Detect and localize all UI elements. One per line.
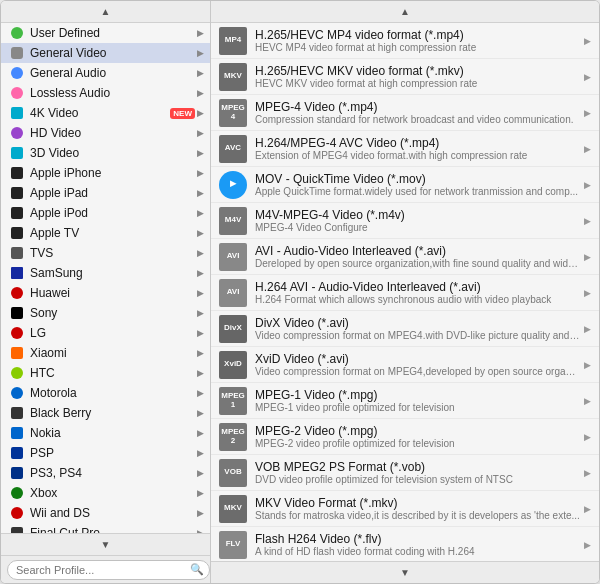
general-audio-label: General Audio bbox=[30, 66, 195, 80]
right-item-flash-h264[interactable]: FLVFlash H264 Video (*.flv)A kind of HD … bbox=[211, 527, 599, 561]
samsung-label: SamSung bbox=[30, 266, 195, 280]
mpeg2-title: MPEG-2 Video (*.mpg) bbox=[255, 424, 580, 438]
h264-avi-title: H.264 AVI - Audio-Video Interleaved (*.a… bbox=[255, 280, 580, 294]
flash-h264-arrow: ▶ bbox=[584, 540, 591, 550]
hd-video-arrow: ▶ bbox=[197, 128, 204, 138]
search-bar: 🔍 bbox=[1, 555, 210, 583]
left-item-lg[interactable]: LG▶ bbox=[1, 323, 210, 343]
left-item-motorola[interactable]: Motorola▶ bbox=[1, 383, 210, 403]
mpeg1-desc: MPEG-1 video profile optimized for telev… bbox=[255, 402, 580, 413]
right-item-m4v[interactable]: M4VM4V-MPEG-4 Video (*.m4v)MPEG-4 Video … bbox=[211, 203, 599, 239]
h265-mp4-format-icon: MP4 bbox=[219, 27, 247, 55]
right-item-xvid[interactable]: XviDXviD Video (*.avi)Video compression … bbox=[211, 347, 599, 383]
mpeg1-format-icon: MPEG 1 bbox=[219, 387, 247, 415]
left-item-apple-ipad[interactable]: Apple iPad▶ bbox=[1, 183, 210, 203]
user-defined-icon bbox=[9, 25, 25, 41]
avi-title: AVI - Audio-Video Interleaved (*.avi) bbox=[255, 244, 580, 258]
sony-icon bbox=[9, 305, 25, 321]
apple-tv-arrow: ▶ bbox=[197, 228, 204, 238]
ps3-ps4-arrow: ▶ bbox=[197, 468, 204, 478]
xiaomi-label: Xiaomi bbox=[30, 346, 195, 360]
ps3-ps4-icon bbox=[9, 465, 25, 481]
xbox-arrow: ▶ bbox=[197, 488, 204, 498]
divx-format-icon: DivX bbox=[219, 315, 247, 343]
right-item-h264-avi[interactable]: AVIH.264 AVI - Audio-Video Interleaved (… bbox=[211, 275, 599, 311]
left-item-xiaomi[interactable]: Xiaomi▶ bbox=[1, 343, 210, 363]
left-item-hd-video[interactable]: HD Video▶ bbox=[1, 123, 210, 143]
left-item-apple-iphone[interactable]: Apple iPhone▶ bbox=[1, 163, 210, 183]
mkv-arrow: ▶ bbox=[584, 504, 591, 514]
right-item-divx[interactable]: DivXDivX Video (*.avi)Video compression … bbox=[211, 311, 599, 347]
left-item-general-audio[interactable]: General Audio▶ bbox=[1, 63, 210, 83]
ps3-ps4-label: PS3, PS4 bbox=[30, 466, 195, 480]
3d-video-label: 3D Video bbox=[30, 146, 195, 160]
left-item-apple-tv[interactable]: Apple TV▶ bbox=[1, 223, 210, 243]
left-item-wii-ds[interactable]: Wii and DS▶ bbox=[1, 503, 210, 523]
left-item-user-defined[interactable]: User Defined▶ bbox=[1, 23, 210, 43]
left-item-4k-video[interactable]: 4K VideoNEW▶ bbox=[1, 103, 210, 123]
hd-video-icon bbox=[9, 125, 25, 141]
right-item-h264-mp4[interactable]: AVCH.264/MPEG-4 AVC Video (*.mp4)Extensi… bbox=[211, 131, 599, 167]
right-item-avi[interactable]: AVIAVI - Audio-Video Interleaved (*.avi)… bbox=[211, 239, 599, 275]
left-panel: ▲ User Defined▶General Video▶General Aud… bbox=[1, 1, 211, 583]
apple-iphone-icon bbox=[9, 165, 25, 181]
psp-label: PSP bbox=[30, 446, 195, 460]
left-item-apple-ipod[interactable]: Apple iPod▶ bbox=[1, 203, 210, 223]
left-item-tvs[interactable]: TVS▶ bbox=[1, 243, 210, 263]
vob-desc: DVD video profile optimized for televisi… bbox=[255, 474, 580, 485]
general-video-label: General Video bbox=[30, 46, 195, 60]
h264-mp4-arrow: ▶ bbox=[584, 144, 591, 154]
search-input[interactable] bbox=[7, 560, 210, 580]
left-item-htc[interactable]: HTC▶ bbox=[1, 363, 210, 383]
vob-title: VOB MPEG2 PS Format (*.vob) bbox=[255, 460, 580, 474]
xiaomi-arrow: ▶ bbox=[197, 348, 204, 358]
samsung-icon bbox=[9, 265, 25, 281]
right-item-mpeg4-mp4[interactable]: MPEG 4MPEG-4 Video (*.mp4)Compression st… bbox=[211, 95, 599, 131]
motorola-icon bbox=[9, 385, 25, 401]
h265-mkv-format-icon: MKV bbox=[219, 63, 247, 91]
right-item-mpeg2[interactable]: MPEG 2MPEG-2 Video (*.mpg)MPEG-2 video p… bbox=[211, 419, 599, 455]
right-scroll-up[interactable]: ▲ bbox=[211, 1, 599, 23]
left-item-samsung[interactable]: SamSung▶ bbox=[1, 263, 210, 283]
apple-ipod-icon bbox=[9, 205, 25, 221]
xiaomi-icon bbox=[9, 345, 25, 361]
right-scroll-down[interactable]: ▼ bbox=[211, 561, 599, 583]
left-item-blackberry[interactable]: Black Berry▶ bbox=[1, 403, 210, 423]
right-item-mov[interactable]: ▶MOV - QuickTime Video (*.mov)Apple Quic… bbox=[211, 167, 599, 203]
right-item-mkv[interactable]: MKVMKV Video Format (*.mkv)Stands for ma… bbox=[211, 491, 599, 527]
tvs-arrow: ▶ bbox=[197, 248, 204, 258]
panels: ▲ User Defined▶General Video▶General Aud… bbox=[1, 1, 599, 583]
divx-arrow: ▶ bbox=[584, 324, 591, 334]
xvid-format-icon: XviD bbox=[219, 351, 247, 379]
left-item-lossless-audio[interactable]: Lossless Audio▶ bbox=[1, 83, 210, 103]
h264-avi-arrow: ▶ bbox=[584, 288, 591, 298]
left-item-xbox[interactable]: Xbox▶ bbox=[1, 483, 210, 503]
apple-ipad-icon bbox=[9, 185, 25, 201]
right-item-h265-mkv[interactable]: MKVH.265/HEVC MKV video format (*.mkv)HE… bbox=[211, 59, 599, 95]
left-item-3d-video[interactable]: 3D Video▶ bbox=[1, 143, 210, 163]
left-item-psp[interactable]: PSP▶ bbox=[1, 443, 210, 463]
mkv-desc: Stands for matroska video,it is describe… bbox=[255, 510, 580, 521]
left-item-final-cut-pro[interactable]: Final Cut Pro▶ bbox=[1, 523, 210, 533]
blackberry-icon bbox=[9, 405, 25, 421]
avi-desc: Dereloped by open source organization,wi… bbox=[255, 258, 580, 269]
right-item-mpeg1[interactable]: MPEG 1MPEG-1 Video (*.mpg)MPEG-1 video p… bbox=[211, 383, 599, 419]
left-item-ps3-ps4[interactable]: PS3, PS4▶ bbox=[1, 463, 210, 483]
m4v-desc: MPEG-4 Video Configure bbox=[255, 222, 580, 233]
left-scroll-down[interactable]: ▼ bbox=[1, 533, 210, 555]
flash-h264-format-icon: FLV bbox=[219, 531, 247, 559]
flash-h264-desc: A kind of HD flash video format coding w… bbox=[255, 546, 580, 557]
left-item-general-video[interactable]: General Video▶ bbox=[1, 43, 210, 63]
left-item-nokia[interactable]: Nokia▶ bbox=[1, 423, 210, 443]
vob-format-icon: VOB bbox=[219, 459, 247, 487]
h264-mp4-format-icon: AVC bbox=[219, 135, 247, 163]
left-item-sony[interactable]: Sony▶ bbox=[1, 303, 210, 323]
left-scroll-up[interactable]: ▲ bbox=[1, 1, 210, 23]
right-item-h265-mp4[interactable]: MP4H.265/HEVC MP4 video format (*.mp4)HE… bbox=[211, 23, 599, 59]
user-defined-arrow: ▶ bbox=[197, 28, 204, 38]
left-item-huawei[interactable]: Huawei▶ bbox=[1, 283, 210, 303]
h265-mp4-title: H.265/HEVC MP4 video format (*.mp4) bbox=[255, 28, 580, 42]
h264-avi-desc: H.264 Format which allows synchronous au… bbox=[255, 294, 580, 305]
mpeg2-arrow: ▶ bbox=[584, 432, 591, 442]
right-item-vob[interactable]: VOBVOB MPEG2 PS Format (*.vob)DVD video … bbox=[211, 455, 599, 491]
